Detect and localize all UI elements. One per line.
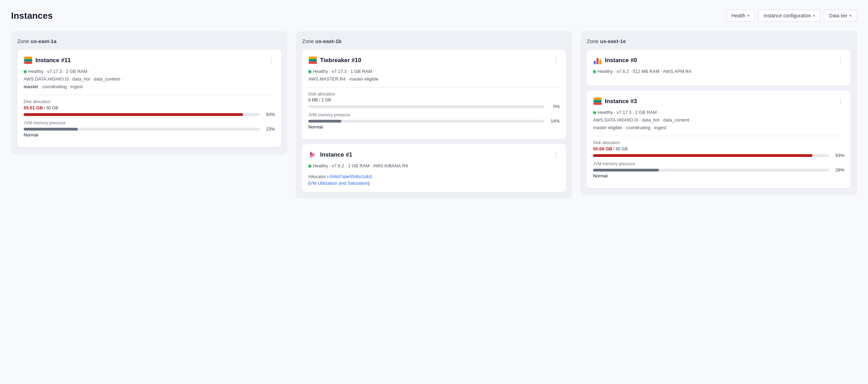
chevron-down-icon: ▾ bbox=[850, 14, 852, 18]
card-title-row-3: Instance #3 bbox=[593, 97, 637, 106]
card-title-row-0: Instance #0 bbox=[593, 56, 637, 65]
card-meta-0: Healthy · v7.6.2 · 512 MB RAM · AWS.APM.… bbox=[593, 68, 844, 75]
data-tier-filter-label: Data tier bbox=[829, 13, 848, 18]
disk-percent-11: 93% bbox=[263, 112, 275, 117]
jvm-bar-track-3 bbox=[593, 169, 829, 172]
status-dot-3 bbox=[593, 111, 596, 114]
divider-tiebreaker bbox=[308, 87, 560, 87]
instance-config-filter[interactable]: Instance configuration ▾ bbox=[758, 10, 820, 22]
jvm-bar-row-3: 28% bbox=[593, 167, 844, 173]
zone-panel-a: Zone us-east-1a Instance #11 ⋮ Healthy ·… bbox=[11, 31, 287, 154]
jvm-bar-track-11 bbox=[24, 128, 260, 131]
status-dot-tiebreaker bbox=[308, 70, 311, 73]
zone-label-b: Zone us-east-1b bbox=[302, 38, 566, 44]
card-header-0: Instance #0 ⋮ bbox=[593, 56, 844, 65]
disk-metric-tiebreaker: Disk allocation 6 MB / 2 GB 0% bbox=[308, 92, 560, 109]
card-title-tiebreaker: Tiebreaker #10 bbox=[320, 57, 361, 64]
jvm-label-tiebreaker: JVM memory pressure bbox=[308, 112, 560, 117]
jvm-percent-tiebreaker: 14% bbox=[548, 118, 560, 124]
jvm-bar-fill-11 bbox=[24, 128, 78, 131]
layers-icon bbox=[24, 56, 33, 65]
disk-metric-3: Disk allocation 55.68 GB / 60 GB 93% bbox=[593, 140, 844, 158]
instance-menu-3[interactable]: ⋮ bbox=[837, 98, 844, 105]
jvm-bar-row-11: 23% bbox=[24, 126, 275, 132]
card-title-0: Instance #0 bbox=[605, 57, 637, 64]
zone-label-e: Zone us-east-1e bbox=[587, 38, 851, 44]
status-dot-11 bbox=[24, 70, 27, 73]
disk-values-3: 55.68 GB / 60 GB bbox=[593, 146, 844, 151]
jvm-metric-3: JVM memory pressure 28% Normal bbox=[593, 161, 844, 178]
disk-metric-11: Disk allocation 55.51 GB / 60 GB 93% bbox=[24, 99, 275, 117]
allocator-link-1[interactable]: i-046d7abe554bc1db3 bbox=[327, 174, 372, 179]
card-title-1: Instance #1 bbox=[320, 151, 352, 158]
instance-menu-1[interactable]: ⋮ bbox=[553, 152, 560, 158]
health-filter-label: Health bbox=[732, 13, 745, 18]
card-title-row-tiebreaker: Tiebreaker #10 bbox=[308, 56, 361, 65]
disk-used-tiebreaker: 6 MB / 2 GB bbox=[308, 98, 331, 102]
jvm-percent-11: 23% bbox=[263, 126, 275, 132]
health-filter[interactable]: Health ▾ bbox=[726, 10, 755, 22]
jvm-bar-row-tiebreaker: 14% bbox=[308, 118, 560, 124]
zone-panel-e: Zone us-east-1e Instance #0 ⋮ Healthy · … bbox=[581, 31, 857, 195]
chevron-down-icon: ▾ bbox=[748, 14, 750, 18]
disk-percent-3: 93% bbox=[833, 153, 844, 158]
disk-values-11: 55.51 GB / 60 GB bbox=[24, 105, 275, 110]
page-title: Instances bbox=[11, 10, 53, 21]
header-filters: Health ▾ Instance configuration ▾ Data t… bbox=[726, 10, 857, 22]
card-title-row-1: Instance #1 bbox=[308, 150, 352, 159]
divider-11 bbox=[24, 95, 275, 95]
jvm-status-3: Normal bbox=[593, 173, 844, 178]
jvm-status-tiebreaker: Normal bbox=[308, 124, 560, 130]
divider-3 bbox=[593, 136, 844, 136]
allocator-row-1: Allocator i-046d7abe554bc1db3 bbox=[308, 174, 560, 179]
jvm-bar-fill-tiebreaker bbox=[308, 120, 341, 123]
disk-bar-row-tiebreaker: 0% bbox=[308, 104, 560, 109]
barchart-icon-0 bbox=[593, 56, 602, 65]
card-meta-tiebreaker: Healthy · v7.17.3 · 1 GB RAM · AWS.MASTE… bbox=[308, 68, 560, 83]
zone-label-a: Zone us-east-1a bbox=[17, 38, 281, 44]
disk-used-3: 55.68 GB bbox=[593, 146, 612, 151]
jvm-label-3: JVM memory pressure bbox=[593, 161, 844, 166]
instance-menu-0[interactable]: ⋮ bbox=[837, 57, 844, 64]
zone-panel-b: Zone us-east-1b Tiebreaker #10 ⋮ Healthy… bbox=[296, 31, 572, 199]
card-header-11: Instance #11 ⋮ bbox=[24, 56, 275, 65]
disk-label-11: Disk allocation bbox=[24, 99, 275, 104]
jvm-metric-11: JVM memory pressure 23% Normal bbox=[24, 120, 275, 137]
disk-label-3: Disk allocation bbox=[593, 140, 844, 145]
jvm-bar-fill-3 bbox=[593, 169, 659, 172]
jvm-label-11: JVM memory pressure bbox=[24, 120, 275, 125]
disk-bar-track-3 bbox=[593, 154, 829, 157]
instance-card-1: Instance #1 ⋮ Healthy · v7.6.2 · 1 GB RA… bbox=[302, 144, 566, 192]
card-title-3: Instance #3 bbox=[605, 98, 637, 105]
instance-card-0: Instance #0 ⋮ Healthy · v7.6.2 · 512 MB … bbox=[587, 50, 851, 86]
instance-card-tiebreaker: Tiebreaker #10 ⋮ Healthy · v7.17.3 · 1 G… bbox=[302, 50, 566, 139]
zones-grid: Zone us-east-1a Instance #11 ⋮ Healthy ·… bbox=[11, 31, 857, 199]
disk-bar-fill-3 bbox=[593, 154, 812, 157]
disk-bar-track-tiebreaker bbox=[308, 105, 544, 108]
vm-link-row-1: (VM Utilization and Saturation) bbox=[308, 181, 560, 186]
disk-used-11: 55.51 GB bbox=[24, 105, 43, 110]
disk-label-tiebreaker: Disk allocation bbox=[308, 92, 560, 97]
layers-icon-tiebreaker bbox=[308, 56, 317, 65]
card-meta-11: Healthy · v7.17.3 · 2 GB RAM · AWS.DATA.… bbox=[24, 68, 275, 91]
instance-menu-11[interactable]: ⋮ bbox=[268, 57, 275, 64]
data-tier-filter[interactable]: Data tier ▾ bbox=[824, 10, 857, 22]
instance-card-11: Instance #11 ⋮ Healthy · v7.17.3 · 2 GB … bbox=[17, 50, 281, 147]
chevron-down-icon: ▾ bbox=[813, 14, 815, 18]
instance-menu-tiebreaker[interactable]: ⋮ bbox=[553, 57, 560, 64]
card-title-row-11: Instance #11 bbox=[24, 56, 71, 65]
disk-total-11: / 60 GB bbox=[44, 106, 58, 110]
page-header: Instances Health ▾ Instance configuratio… bbox=[11, 10, 857, 22]
disk-bar-row-3: 93% bbox=[593, 153, 844, 158]
status-dot-0 bbox=[593, 70, 596, 73]
layers-icon-3 bbox=[593, 97, 602, 106]
disk-values-tiebreaker: 6 MB / 2 GB bbox=[308, 98, 560, 102]
jvm-percent-3: 28% bbox=[833, 167, 844, 173]
kibana-icon-1 bbox=[308, 150, 317, 159]
disk-percent-tiebreaker: 0% bbox=[548, 104, 560, 109]
disk-bar-fill-11 bbox=[24, 113, 243, 116]
card-meta-1: Healthy · v7.6.2 · 1 GB RAM · AWS.KIBANA… bbox=[308, 162, 560, 170]
vm-link-1[interactable]: VM Utilization and Saturation bbox=[310, 181, 368, 186]
jvm-status-11: Normal bbox=[24, 132, 275, 137]
jvm-bar-track-tiebreaker bbox=[308, 120, 544, 123]
